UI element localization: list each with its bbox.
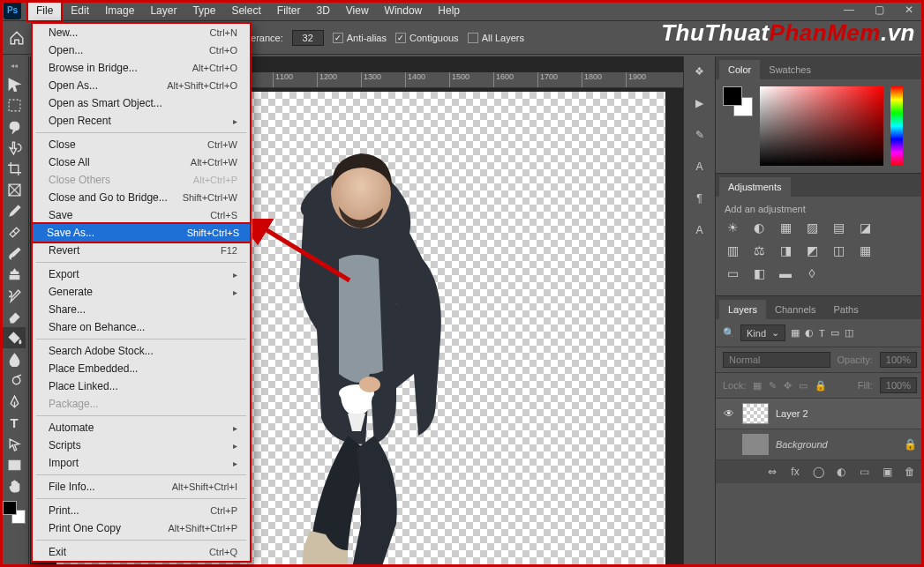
menu-file[interactable]: File	[26, 0, 63, 22]
menu-item-new[interactable]: New...Ctrl+N	[33, 24, 250, 41]
adjustment-icon[interactable]: ◨	[778, 242, 793, 258]
adjustment-icon[interactable]: ▭	[725, 265, 740, 281]
tolerance-input[interactable]: 32	[292, 30, 324, 46]
hand-tool[interactable]	[3, 475, 26, 496]
layer-name[interactable]: Background	[776, 439, 828, 450]
panel-strip-icon-1[interactable]: ▶	[690, 93, 710, 113]
foreground-background-swatch[interactable]	[3, 501, 26, 524]
blend-select[interactable]: Normal	[723, 352, 830, 368]
menu-view[interactable]: View	[338, 1, 377, 20]
lock-position-icon[interactable]: ▦	[753, 380, 762, 392]
adjustment-icon[interactable]: ▬	[778, 265, 793, 281]
lock-move-icon[interactable]: ✥	[784, 380, 792, 392]
menu-item-share[interactable]: Share...	[33, 301, 250, 318]
menu-item-place-embedded[interactable]: Place Embedded...	[33, 360, 250, 377]
menu-item-open[interactable]: Open...Ctrl+O	[33, 41, 250, 59]
layer-row[interactable]: 👁Layer 2	[716, 399, 924, 429]
lock-paint-icon[interactable]: ✎	[769, 380, 777, 392]
adjustment-layer-icon[interactable]: ◐	[834, 466, 848, 478]
type-tool[interactable]: T	[3, 412, 26, 433]
panel-strip-icon-3[interactable]: A	[690, 157, 710, 176]
fx-icon[interactable]: fx	[788, 466, 802, 478]
menu-item-browse-in-bridge[interactable]: Browse in Bridge...Alt+Ctrl+O	[33, 59, 250, 77]
tab-paths[interactable]: Paths	[825, 300, 868, 319]
filter-smart-icon[interactable]: ◫	[845, 327, 853, 339]
menu-item-search-adobe-stock[interactable]: Search Adobe Stock...	[33, 342, 250, 360]
menu-help[interactable]: Help	[430, 1, 468, 20]
menu-item-scripts[interactable]: Scripts	[33, 436, 250, 454]
layer-thumbnail[interactable]	[742, 434, 769, 455]
antialias-checkbox[interactable]: Anti-alias	[333, 33, 387, 43]
adjustment-icon[interactable]: ◐	[751, 220, 767, 235]
menu-item-automate[interactable]: Automate	[33, 419, 250, 436]
menu-edit[interactable]: Edit	[63, 1, 97, 20]
layer-filter-select[interactable]: Kind⌄	[740, 325, 785, 341]
tab-adjustments[interactable]: Adjustments	[719, 177, 791, 197]
eraser-tool[interactable]	[3, 306, 26, 327]
menu-item-generate[interactable]: Generate	[33, 283, 250, 301]
close-icon[interactable]: ✕	[894, 0, 924, 19]
menu-item-share-on-behance[interactable]: Share on Behance...	[33, 318, 250, 336]
eyedropper-tool[interactable]	[3, 200, 26, 221]
adjustment-icon[interactable]: ▨	[804, 220, 820, 235]
menu-item-open-recent[interactable]: Open Recent	[33, 112, 250, 130]
menu-layer[interactable]: Layer	[142, 1, 184, 20]
history-brush-tool[interactable]	[3, 285, 26, 306]
menu-item-open-as-smart-object[interactable]: Open as Smart Object...	[33, 94, 250, 112]
link-layers-icon[interactable]: ⇔	[765, 466, 779, 478]
filter-shape-icon[interactable]: ▭	[830, 327, 839, 339]
lock-artboard-icon[interactable]: ▭	[799, 380, 808, 392]
tab-channels[interactable]: Channels	[766, 300, 824, 319]
dodge-tool[interactable]	[3, 369, 26, 391]
menu-3d[interactable]: 3D	[308, 1, 337, 20]
quick-select-tool[interactable]	[3, 137, 26, 158]
adjustment-icon[interactable]: ⚖	[751, 242, 767, 258]
panel-strip-icon-2[interactable]: ✎	[690, 125, 710, 145]
stamp-tool[interactable]	[3, 264, 26, 285]
adjustment-icon[interactable]: ▦	[857, 242, 873, 258]
menu-item-export[interactable]: Export	[33, 265, 250, 283]
pen-tool[interactable]	[3, 391, 26, 412]
tab-layers[interactable]: Layers	[719, 300, 766, 319]
maximize-icon[interactable]: ▢	[864, 0, 894, 19]
hue-slider[interactable]	[890, 86, 903, 166]
menu-select[interactable]: Select	[223, 1, 268, 20]
tab-color[interactable]: Color	[719, 60, 760, 79]
menu-item-file-info[interactable]: File Info...Alt+Shift+Ctrl+I	[33, 478, 250, 496]
menu-item-import[interactable]: Import	[33, 454, 250, 472]
bucket-tool[interactable]	[3, 327, 26, 348]
move-tool[interactable]	[3, 73, 26, 94]
brush-tool[interactable]	[3, 242, 26, 264]
contiguous-checkbox[interactable]: Contiguous	[395, 33, 459, 43]
menu-item-print[interactable]: Print...Ctrl+P	[33, 502, 250, 519]
panel-strip-icon-5[interactable]: A	[690, 220, 710, 240]
frame-tool[interactable]	[3, 179, 26, 200]
panel-strip-icon-0[interactable]: ❖	[690, 62, 710, 81]
menu-item-place-linked[interactable]: Place Linked...	[33, 377, 250, 395]
lock-all-icon[interactable]: 🔒	[815, 380, 827, 392]
layer-fill-input[interactable]: 100%	[880, 377, 917, 393]
lasso-tool[interactable]	[3, 116, 26, 137]
menu-item-open-as[interactable]: Open As...Alt+Shift+Ctrl+O	[33, 77, 250, 94]
filter-pixel-icon[interactable]: ▦	[791, 327, 800, 339]
menu-filter[interactable]: Filter	[269, 1, 309, 20]
adjustment-icon[interactable]: ◪	[857, 220, 873, 235]
menu-item-print-one-copy[interactable]: Print One CopyAlt+Shift+Ctrl+P	[33, 519, 250, 537]
new-layer-icon[interactable]: ▣	[880, 466, 894, 478]
panel-strip-icon-4[interactable]: ¶	[690, 189, 710, 208]
adjustment-icon[interactable]: ▥	[725, 242, 740, 258]
menu-window[interactable]: Window	[377, 1, 431, 20]
adjustment-icon[interactable]: ◊	[804, 265, 820, 281]
adjustment-icon[interactable]: ◩	[804, 242, 820, 258]
color-fgbg-swatch[interactable]	[723, 86, 753, 116]
filter-adjust-icon[interactable]: ◐	[805, 327, 814, 339]
marquee-tool[interactable]	[3, 94, 26, 116]
menu-item-close-all[interactable]: Close AllAlt+Ctrl+W	[33, 153, 250, 171]
layer-row[interactable]: Background🔒	[716, 429, 924, 460]
collapse-icon[interactable]: ◂◂	[0, 62, 28, 71]
menu-item-close-and-go-to-bridge[interactable]: Close and Go to Bridge...Shift+Ctrl+W	[33, 189, 250, 206]
blur-tool[interactable]	[3, 348, 26, 369]
adjustment-icon[interactable]: ▤	[830, 220, 846, 235]
mask-icon[interactable]: ◯	[811, 466, 825, 478]
visibility-icon[interactable]: 👁	[723, 407, 735, 420]
